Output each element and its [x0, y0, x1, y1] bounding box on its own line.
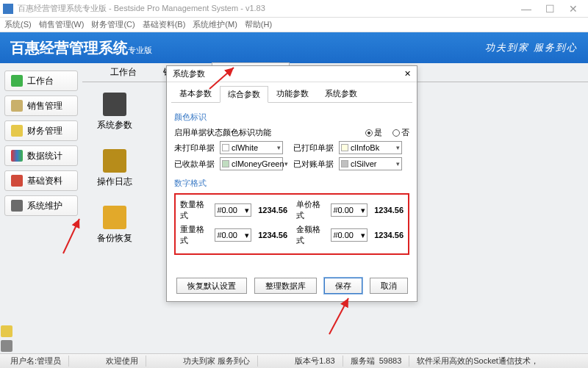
system-params-dialog: 系统参数 ✕ 基本参数 综合参数 功能参数 系统参数 颜色标识 启用单据状态颜色… [166, 65, 417, 302]
status-welcome: 欢迎使用 [98, 356, 146, 367]
save-button[interactable]: 保存 [324, 278, 362, 294]
header-slogan: 功夫到家 服务到心 [485, 41, 578, 54]
status-version: 版本号1.83 [287, 356, 343, 367]
dlg-tab-function[interactable]: 功能参数 [268, 85, 317, 102]
lbl-paid: 已收款单据 [174, 159, 215, 170]
dialog-tabs: 基本参数 综合参数 功能参数 系统参数 [171, 85, 412, 103]
lbl-printed: 已打印单据 [293, 142, 334, 154]
clean-db-button[interactable]: 整理数据库 [254, 278, 317, 294]
window-title: 百惠经营管理系统专业版 - Bestside Pro Management Sy… [18, 3, 514, 14]
gear-icon [11, 200, 23, 212]
lbl-reconciled: 已对账单据 [293, 159, 334, 170]
menu-basic[interactable]: 基础资料(B) [143, 19, 186, 30]
status-socket: 软件采用高效的Socket通信技术， [409, 356, 546, 367]
menu-system[interactable]: 系统(S) [4, 19, 32, 30]
group-number-title: 数字格式 [174, 178, 409, 189]
sample-amount: 1234.56 [370, 231, 404, 239]
sidebar-item-finance[interactable]: 财务管理 [4, 120, 78, 141]
brand-title: 百惠经营管理系统专业版 [10, 38, 152, 58]
strip-icon[interactable] [1, 340, 12, 352]
cancel-button[interactable]: 取消 [370, 278, 408, 294]
menu-help[interactable]: 帮助(H) [245, 19, 272, 30]
tool-system-params[interactable]: 系统参数 [97, 93, 132, 131]
sample-price: 1234.56 [370, 206, 404, 214]
dlg-tab-system[interactable]: 系统参数 [317, 85, 365, 102]
lbl-weight-fmt: 重量格式 [180, 224, 212, 246]
sample-qty: 1234.56 [254, 206, 287, 214]
sidebar-item-basic[interactable]: 基础资料 [4, 170, 78, 191]
combo-qty-fmt[interactable]: #0.00▾ [215, 203, 251, 217]
tab-worktable[interactable]: 工作台 [97, 63, 150, 82]
lbl-price-fmt: 单价格式 [296, 199, 328, 221]
lbl-unprinted: 未打印单据 [174, 142, 215, 154]
combo-weight-fmt[interactable]: #0.00▾ [215, 228, 251, 242]
left-strip [1, 325, 12, 352]
strip-icon[interactable] [1, 325, 12, 337]
backup-icon [103, 206, 126, 229]
enable-color-label: 启用单据状态颜色标识功能 [174, 127, 271, 138]
radio-yes[interactable]: 是 [365, 127, 382, 138]
app-icon [3, 4, 13, 14]
combo-paid[interactable]: clMoneyGreen▾ [220, 157, 283, 170]
chart-icon [11, 150, 23, 162]
enable-color-row: 启用单据状态颜色标识功能 是 否 [174, 127, 409, 138]
briefcase-icon [11, 100, 23, 112]
tool-backup[interactable]: 备份恢复 [97, 206, 132, 245]
status-user: 用户名:管理员 [3, 356, 69, 367]
dlg-tab-general[interactable]: 综合参数 [220, 86, 268, 103]
status-server: 服务端 59883 [343, 356, 410, 367]
menu-sales[interactable]: 销售管理(W) [39, 19, 85, 30]
combo-price-fmt[interactable]: #0.00▾ [331, 203, 367, 217]
tool-column: 系统参数 操作日志 备份恢复 [97, 93, 132, 245]
log-icon [103, 149, 126, 173]
sidebar-item-worktable[interactable]: 工作台 [4, 71, 78, 91]
sidebar-item-sales[interactable]: 销售管理 [4, 95, 78, 116]
sample-weight: 1234.56 [254, 231, 287, 239]
minimize-button[interactable]: — [514, 3, 538, 15]
check-icon [11, 75, 23, 87]
app-header: 百惠经营管理系统专业版 功夫到家 服务到心 [0, 32, 588, 63]
sidebar-item-stats[interactable]: 数据统计 [4, 145, 78, 166]
radio-no[interactable]: 否 [392, 127, 409, 138]
combo-reconciled[interactable]: clSilver▾ [339, 157, 402, 170]
combo-printed[interactable]: clInfoBk▾ [339, 141, 402, 154]
reset-button[interactable]: 恢复默认设置 [176, 278, 247, 294]
lbl-amount-fmt: 金额格式 [296, 224, 328, 246]
menu-finance[interactable]: 财务管理(C) [91, 19, 135, 30]
lbl-qty-fmt: 数量格式 [180, 199, 212, 221]
statusbar: 用户名:管理员 欢迎使用 功夫到家 服务到心 版本号1.83 服务端 59883… [0, 353, 588, 368]
book-icon [11, 175, 23, 187]
dialog-title: 系统参数 ✕ [167, 66, 417, 82]
maximize-button[interactable]: ☐ [538, 3, 562, 15]
combo-amount-fmt[interactable]: #0.00▾ [331, 228, 367, 242]
menu-maintain[interactable]: 系统维护(M) [193, 19, 237, 30]
dialog-footer: 恢复默认设置 整理数据库 保存 取消 [167, 278, 417, 294]
sidebar-item-maintain[interactable]: 系统维护 [4, 195, 78, 216]
menubar: 系统(S) 销售管理(W) 财务管理(C) 基础资料(B) 系统维护(M) 帮助… [0, 18, 588, 32]
dlg-tab-basic[interactable]: 基本参数 [171, 85, 220, 102]
close-button[interactable]: ✕ [562, 3, 585, 15]
combo-unprinted[interactable]: clWhite▾ [220, 141, 283, 154]
gears-icon [103, 93, 126, 116]
dialog-close-icon[interactable]: ✕ [404, 69, 411, 79]
window-titlebar: 百惠经营管理系统专业版 - Bestside Pro Management Sy… [0, 0, 588, 18]
tool-log[interactable]: 操作日志 [97, 149, 132, 188]
status-motto: 功夫到家 服务到心 [176, 356, 258, 367]
sidebar: 工作台 销售管理 财务管理 数据统计 基础资料 系统维护 [0, 63, 82, 353]
dialog-body: 颜色标识 启用单据状态颜色标识功能 是 否 未打印单据 clWhite▾ 已打印… [167, 103, 417, 261]
number-format-box: 数量格式 #0.00▾ 1234.56 单价格式 #0.00▾ 1234.56 … [174, 193, 409, 255]
group-color-title: 颜色标识 [174, 112, 409, 123]
coin-icon [11, 125, 23, 137]
